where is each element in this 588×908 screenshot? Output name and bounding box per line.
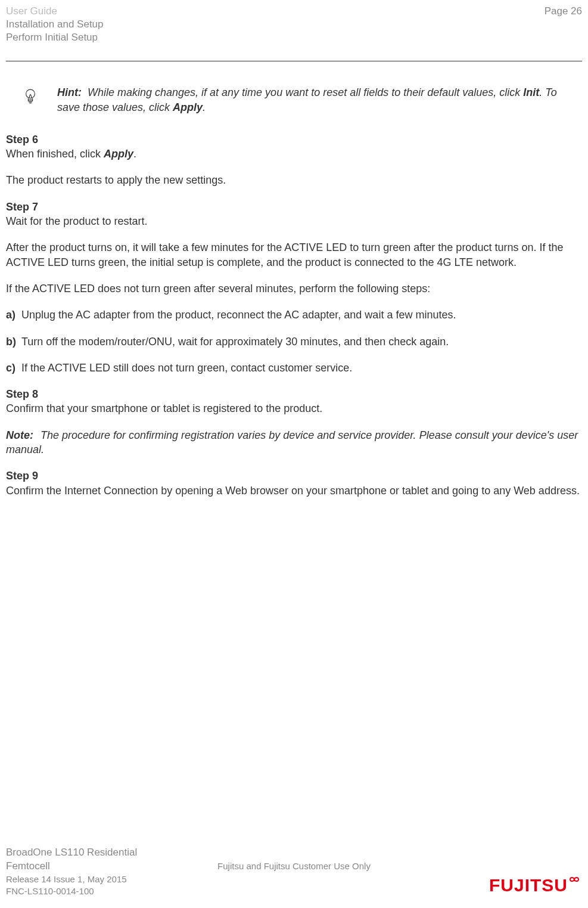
step-7-item-c: c) If the ACTIVE LED still does not turn… bbox=[6, 361, 582, 375]
step-7-label: Step 7 bbox=[6, 200, 582, 214]
step-7-para-2: After the product turns on, it will take… bbox=[6, 240, 582, 269]
step-7: Step 7 Wait for the product to restart. … bbox=[6, 200, 582, 375]
header-line-3: Perform Initial Setup bbox=[6, 31, 104, 44]
list-marker: a) bbox=[6, 308, 21, 322]
footer-center: Fujitsu and Fujitsu Customer Use Only bbox=[217, 860, 371, 872]
lightbulb-icon bbox=[24, 88, 41, 109]
header-breadcrumb: User Guide Installation and Setup Perfor… bbox=[6, 5, 104, 44]
list-text: Turn off the modem/router/ONU, wait for … bbox=[21, 334, 582, 349]
step-7-item-b: b) Turn off the modem/router/ONU, wait f… bbox=[6, 334, 582, 349]
footer-product-1: BroadOne LS110 Residential bbox=[6, 846, 137, 860]
page-header: User Guide Installation and Setup Perfor… bbox=[0, 0, 588, 44]
note-label: Note: bbox=[6, 429, 33, 441]
list-marker: c) bbox=[6, 361, 21, 375]
footer-left: BroadOne LS110 Residential Femtocell Rel… bbox=[6, 846, 137, 897]
header-line-1: User Guide bbox=[6, 5, 104, 18]
step-6-para-2: The product restarts to apply the new se… bbox=[6, 173, 582, 187]
step-9-label: Step 9 bbox=[6, 469, 582, 483]
step-9: Step 9 Confirm the Internet Connection b… bbox=[6, 469, 582, 498]
note-block: Note:The procedure for confirming regist… bbox=[6, 428, 582, 457]
hint-label: Hint: bbox=[57, 86, 82, 98]
infinity-icon bbox=[567, 873, 582, 885]
footer-product-2: Femtocell bbox=[6, 860, 137, 873]
step-7-line-1: Wait for the product to restart. bbox=[6, 214, 582, 228]
list-text: Unplug the AC adapter from the product, … bbox=[21, 308, 582, 322]
step-7-para-3: If the ACTIVE LED does not turn green af… bbox=[6, 281, 582, 296]
footer-release: Release 14 Issue 1, May 2015 bbox=[6, 873, 137, 885]
step-6-line-1: When finished, click Apply. bbox=[6, 147, 582, 161]
page-footer: BroadOne LS110 Residential Femtocell Rel… bbox=[0, 846, 588, 897]
step-6: Step 6 When finished, click Apply. The p… bbox=[6, 132, 582, 188]
note-text: The procedure for confirming registratio… bbox=[6, 429, 578, 455]
step-8: Step 8 Confirm that your smartphone or t… bbox=[6, 387, 582, 416]
footer-logo: FUJITSU bbox=[489, 873, 582, 898]
list-marker: b) bbox=[6, 334, 21, 349]
svg-point-0 bbox=[26, 89, 35, 98]
step-6-label: Step 6 bbox=[6, 132, 582, 147]
fujitsu-logo-icon: FUJITSU bbox=[489, 873, 582, 898]
hint-text: Hint:While making changes, if at any tim… bbox=[57, 85, 582, 114]
step-8-label: Step 8 bbox=[6, 387, 582, 401]
step-8-line-1: Confirm that your smartphone or tablet i… bbox=[6, 401, 582, 416]
header-line-2: Installation and Setup bbox=[6, 18, 104, 31]
footer-docnum: FNC-LS110-0014-100 bbox=[6, 885, 137, 897]
step-7-item-a: a) Unplug the AC adapter from the produc… bbox=[6, 308, 582, 322]
list-text: If the ACTIVE LED still does not turn gr… bbox=[21, 361, 582, 375]
page-number: Page 26 bbox=[545, 5, 582, 18]
step-9-line-1: Confirm the Internet Connection by openi… bbox=[6, 484, 582, 498]
hint-block: Hint:While making changes, if at any tim… bbox=[6, 85, 582, 114]
